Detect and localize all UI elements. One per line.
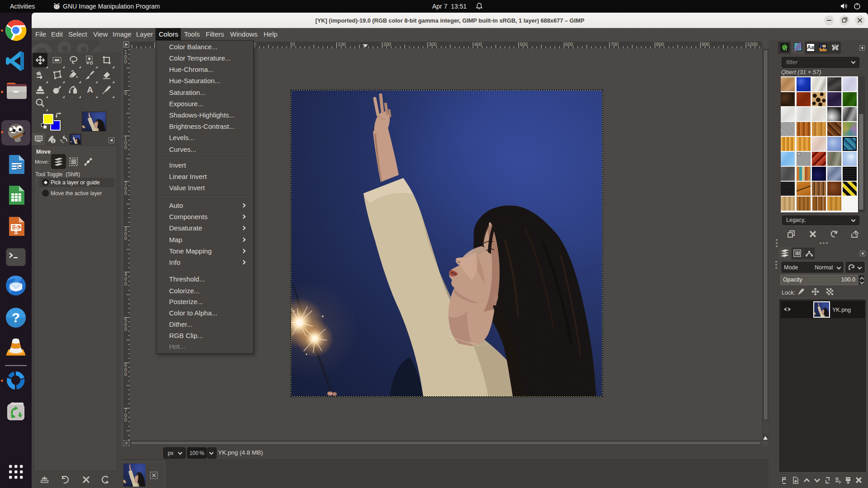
svg-text:100: 100 bbox=[338, 42, 346, 47]
svg-text:600: 600 bbox=[565, 42, 573, 47]
svg-text:800: 800 bbox=[656, 42, 664, 47]
svg-text:400: 400 bbox=[474, 42, 482, 47]
svg-text:0: 0 bbox=[124, 417, 127, 422]
svg-text:700: 700 bbox=[611, 42, 619, 47]
svg-text:200: 200 bbox=[383, 42, 392, 47]
svg-text:0: 0 bbox=[124, 59, 127, 64]
svg-text:0: 0 bbox=[124, 190, 127, 196]
svg-text:0: 0 bbox=[124, 326, 127, 332]
svg-text:0: 0 bbox=[124, 235, 127, 241]
svg-text:0: 0 bbox=[124, 371, 127, 377]
svg-text:A: A bbox=[87, 85, 93, 94]
svg-text:900: 900 bbox=[702, 42, 710, 47]
svg-text:0: 0 bbox=[292, 42, 295, 47]
svg-text:0: 0 bbox=[124, 281, 127, 286]
svg-text:0: 0 bbox=[124, 90, 127, 96]
svg-text:?: ? bbox=[12, 310, 20, 325]
svg-text:i: i bbox=[52, 139, 54, 144]
svg-text:0: 0 bbox=[124, 145, 127, 150]
svg-text:500: 500 bbox=[520, 42, 528, 47]
svg-text:1000: 1000 bbox=[747, 42, 758, 47]
svg-text:300: 300 bbox=[429, 42, 437, 47]
